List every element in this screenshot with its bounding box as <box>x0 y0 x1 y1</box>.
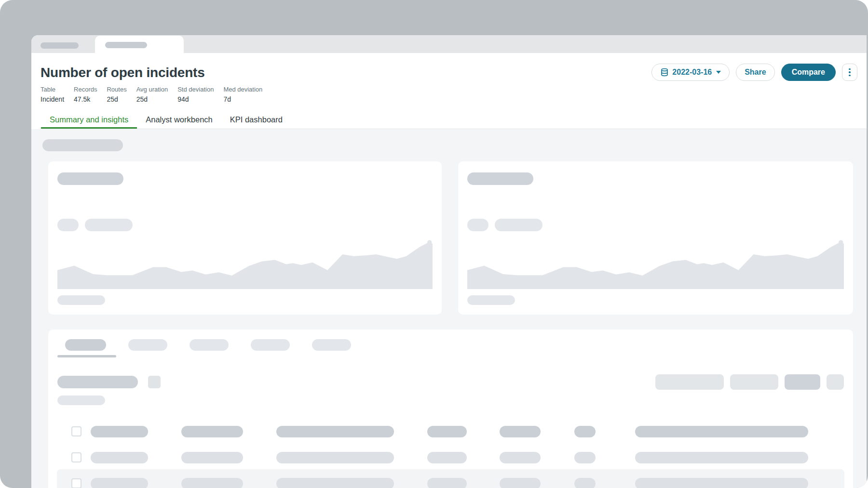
meta-label: Table <box>41 86 64 93</box>
meta-label: Avg uration <box>136 86 168 93</box>
share-button[interactable]: Share <box>736 64 774 81</box>
legend-label-skeleton <box>85 219 133 231</box>
meta-med-deviation: Med deviation 7d <box>223 86 262 104</box>
app-window: Number of open incidents Table Incident … <box>31 35 867 488</box>
row-checkbox[interactable] <box>71 426 81 436</box>
table-tab-skeleton <box>251 339 290 351</box>
database-icon <box>660 68 669 77</box>
card-legend-skeleton <box>467 219 844 231</box>
card-title-skeleton <box>57 172 123 185</box>
meta-label: Med deviation <box>223 86 262 93</box>
page-body <box>31 129 867 488</box>
table-action-button-skeleton <box>730 374 778 390</box>
meta-label: Routes <box>107 86 126 93</box>
section-tabs: Summary and insights Analyst workbench K… <box>41 113 867 129</box>
legend-chip-skeleton <box>467 219 488 231</box>
meta-label: Std deviation <box>177 86 214 93</box>
legend-chip-skeleton <box>57 219 79 231</box>
table-tab-skeleton <box>312 339 351 351</box>
compare-button[interactable]: Compare <box>781 64 836 81</box>
row-checkbox[interactable] <box>71 452 81 462</box>
meta-routes: Routes 25d <box>107 86 126 104</box>
table-actions-skeleton <box>655 374 844 390</box>
record-header: Number of open incidents Table Incident … <box>31 53 867 129</box>
active-tab[interactable] <box>95 36 184 53</box>
insight-card <box>48 161 442 315</box>
date-picker-button[interactable]: 2022-03-16 <box>651 64 730 81</box>
meta-avg-duration: Avg uration 25d <box>136 86 168 104</box>
meta-records: Records 47.5k <box>74 86 97 104</box>
tab-analyst-workbench[interactable]: Analyst workbench <box>137 113 221 129</box>
more-options-button[interactable] <box>842 64 857 81</box>
tab-kpi-dashboard[interactable]: KPI dashboard <box>221 113 291 129</box>
table-subtitle-skeleton <box>57 396 105 405</box>
meta-row: Table Incident Records 47.5k Routes 25d … <box>41 86 867 104</box>
table-rows-skeleton <box>57 426 844 488</box>
area-chart-skeleton <box>467 238 844 289</box>
caret-down-icon <box>716 71 721 74</box>
header-actions: 2022-03-16 Share Compare <box>651 64 857 81</box>
kebab-menu-icon <box>849 68 851 77</box>
background-tab-skeleton[interactable] <box>41 42 79 49</box>
meta-value: 25d <box>107 95 126 104</box>
table-tab-underline-skeleton <box>57 355 116 357</box>
table-row <box>57 452 844 463</box>
insight-card <box>458 161 853 315</box>
meta-value: 25d <box>136 95 168 104</box>
date-label: 2022-03-16 <box>672 68 712 77</box>
table-row <box>57 478 844 488</box>
meta-value: 7d <box>223 95 262 104</box>
area-chart-skeleton <box>57 238 433 289</box>
section-title-skeleton <box>42 139 123 151</box>
table-toolbar <box>57 374 844 390</box>
meta-label: Records <box>74 86 97 93</box>
table-tab-skeleton-active <box>65 339 106 351</box>
table-tab-skeleton <box>190 339 229 351</box>
legend-label-skeleton <box>495 219 542 231</box>
card-legend-skeleton <box>57 219 433 231</box>
table-tab-skeleton <box>128 339 167 351</box>
records-table-card <box>48 330 853 488</box>
browser-tabstrip <box>31 35 867 53</box>
screenshot-canvas: Number of open incidents Table Incident … <box>0 0 868 488</box>
insight-cards <box>48 161 853 315</box>
card-footer-skeleton <box>57 295 105 305</box>
table-action-button-skeleton <box>785 374 820 390</box>
table-tabs-skeleton <box>57 339 844 351</box>
card-footer-skeleton <box>467 295 515 305</box>
meta-table: Table Incident <box>41 86 64 104</box>
meta-value: 47.5k <box>74 95 97 104</box>
table-action-button-skeleton <box>655 374 724 390</box>
table-title-skeleton <box>57 376 138 388</box>
meta-std-deviation: Std deviation 94d <box>177 86 214 104</box>
table-title-icon-skeleton <box>148 376 161 388</box>
card-title-skeleton <box>467 172 533 185</box>
table-row <box>57 426 844 437</box>
tab-summary-and-insights[interactable]: Summary and insights <box>41 113 137 129</box>
meta-value: Incident <box>41 95 64 104</box>
table-action-button-skeleton <box>827 374 844 390</box>
meta-value: 94d <box>177 95 214 104</box>
active-tab-title-skeleton <box>105 42 147 48</box>
row-checkbox[interactable] <box>71 478 81 488</box>
